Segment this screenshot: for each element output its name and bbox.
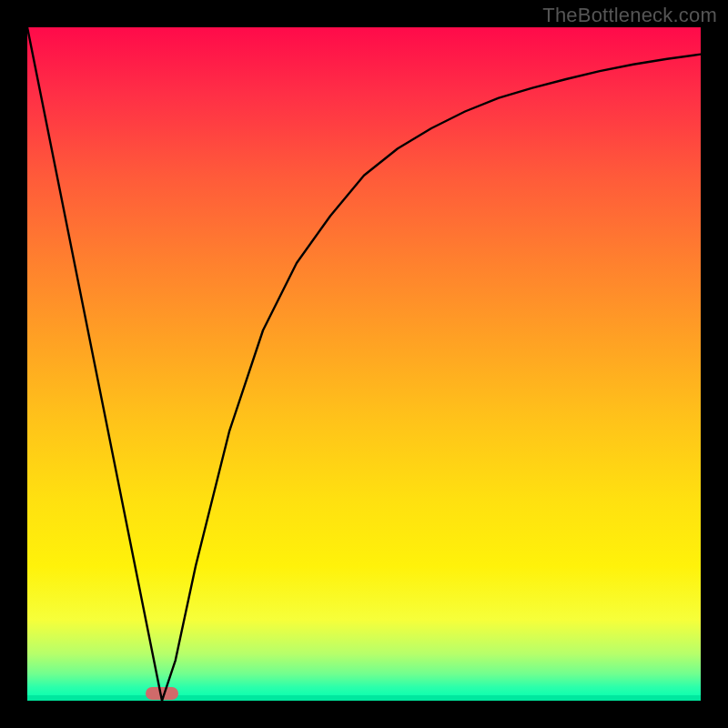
plot-area <box>27 27 701 701</box>
curve-path <box>27 27 701 701</box>
curve-svg <box>27 27 701 701</box>
watermark-text: TheBottleneck.com <box>542 4 717 27</box>
chart-frame: TheBottleneck.com <box>0 0 728 728</box>
